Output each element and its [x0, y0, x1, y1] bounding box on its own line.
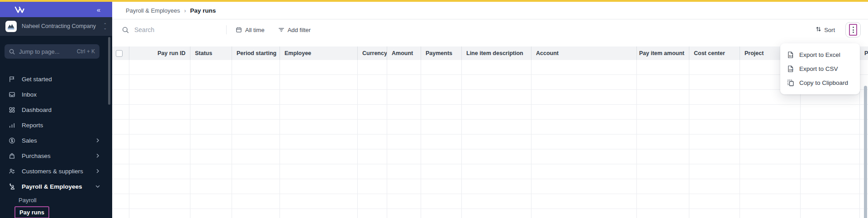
menu-item-export-excel[interactable]: XLS Export to Excel: [780, 48, 860, 62]
company-selector[interactable]: Naheel Contracting Company ⌃⌄: [0, 17, 112, 35]
table-row: [112, 135, 868, 149]
table-cell: [462, 105, 531, 119]
toolbar-divider: [226, 25, 227, 34]
table-cell: [387, 149, 421, 164]
table-cell: [280, 75, 358, 89]
jump-to-page-input[interactable]: Jump to page... Ctrl + K: [5, 44, 100, 59]
table-cell: [689, 149, 740, 164]
table-cell: [280, 60, 358, 74]
sidebar-subitem-pay-runs[interactable]: Pay runs: [0, 206, 112, 218]
table-options-kebab-button[interactable]: [845, 22, 861, 37]
table-cell: [689, 179, 740, 194]
sidebar-item-inbox[interactable]: Inbox: [0, 87, 112, 102]
column-header-employee[interactable]: Employee: [280, 46, 358, 60]
select-all-checkbox[interactable]: [116, 50, 123, 57]
breadcrumb-parent-link[interactable]: Payroll & Employees: [126, 7, 180, 14]
table-cell: [232, 209, 280, 218]
sidebar-item-get-started[interactable]: Get started: [0, 71, 112, 87]
sidebar-collapse-button[interactable]: «: [97, 6, 100, 14]
table-cell: [801, 164, 860, 179]
sidebar-subitem-payroll[interactable]: Payroll: [0, 194, 112, 206]
table-cell: [421, 209, 462, 218]
sidebar-item-label: Payroll & Employees: [22, 183, 82, 190]
column-header-pay-run-id[interactable]: Pay run ID: [129, 46, 190, 60]
column-header-status[interactable]: Status: [190, 46, 232, 60]
sidebar-item-dashboard[interactable]: Dashboard: [0, 102, 112, 117]
table-cell: [637, 135, 689, 149]
sidebar-item-sales[interactable]: Sales: [0, 133, 112, 148]
add-filter-label: Add filter: [288, 27, 311, 33]
table-cell: [801, 135, 860, 149]
column-header-cost-center[interactable]: Cost center: [689, 46, 740, 60]
table-cell: [232, 75, 280, 89]
sort-button[interactable]: Sort: [816, 26, 835, 33]
table-cell: [112, 135, 129, 149]
table-cell: [462, 90, 531, 104]
table-cell: [112, 75, 129, 89]
sidebar-item-payroll-employees[interactable]: Payroll & Employees: [0, 179, 112, 194]
table-row: [112, 194, 868, 209]
table-cell: [801, 120, 860, 134]
column-header-pay-item-amount[interactable]: Pay item amount: [637, 46, 689, 60]
table-cell: [112, 209, 129, 218]
column-header-currency[interactable]: Currency: [358, 46, 387, 60]
vertical-scrollbar[interactable]: [864, 86, 867, 218]
table-cell: [129, 75, 190, 89]
sidebar-item-purchases[interactable]: Purchases: [0, 148, 112, 163]
table-cell: [358, 164, 387, 179]
table-cell: [129, 60, 190, 74]
menu-item-copy-clipboard[interactable]: Copy to Clipboard: [780, 76, 860, 90]
table-cell: [740, 164, 801, 179]
table-cell: [190, 194, 232, 209]
search-icon: [122, 27, 129, 33]
inbox-icon: [8, 91, 16, 98]
table-cell: [129, 120, 190, 134]
table-cell: [129, 179, 190, 194]
file-xls-icon: XLS: [787, 51, 794, 59]
main-content: Payroll & Employees › Pay runs Search Al…: [112, 2, 868, 218]
dashboard-icon: [8, 106, 16, 114]
column-header-pa[interactable]: Pa: [860, 46, 868, 60]
table-cell: [358, 179, 387, 194]
table-cell: [740, 179, 801, 194]
menu-item-export-csv[interactable]: CSV Export to CSV: [780, 62, 860, 76]
column-header-amount[interactable]: Amount: [387, 46, 421, 60]
column-header-account[interactable]: Account: [531, 46, 637, 60]
table-row: [112, 60, 868, 75]
column-header-payments[interactable]: Payments: [421, 46, 462, 60]
column-header-0[interactable]: [112, 46, 129, 60]
breadcrumb-separator: ›: [184, 7, 186, 14]
column-header-period-starting[interactable]: Period starting: [232, 46, 280, 60]
table-cell: [421, 120, 462, 134]
chevron-right-icon: [95, 138, 100, 143]
search-input[interactable]: Search: [122, 26, 226, 33]
table-cell: [190, 179, 232, 194]
table-cell: [421, 179, 462, 194]
table-cell: [637, 90, 689, 104]
calendar-icon: [236, 27, 242, 33]
svg-text:XLS: XLS: [789, 55, 793, 57]
time-filter-label: All time: [245, 27, 265, 33]
table-row: [112, 149, 868, 164]
time-filter-button[interactable]: All time: [236, 27, 265, 33]
page-title: Pay runs: [190, 7, 216, 14]
add-filter-button[interactable]: Add filter: [278, 27, 311, 33]
table-cell: [280, 149, 358, 164]
table-cell: [462, 60, 531, 74]
menu-item-label: Copy to Clipboard: [799, 79, 848, 86]
export-dropdown-menu: XLS Export to Excel CSV Export to CSV Co…: [780, 43, 860, 94]
table-cell: [387, 90, 421, 104]
sidebar-item-label: Customers & suppliers: [22, 168, 83, 175]
table-cell: [129, 149, 190, 164]
column-header-line-item-description[interactable]: Line item description: [462, 46, 531, 60]
table-cell: [531, 105, 637, 119]
sidebar-item-reports[interactable]: Reports: [0, 117, 112, 133]
purchases-bag-icon: [8, 152, 16, 160]
table-cell: [280, 194, 358, 209]
table-cell: [232, 105, 280, 119]
sidebar-item-customers-suppliers[interactable]: Customers & suppliers: [0, 163, 112, 179]
jump-shortcut: Ctrl + K: [77, 48, 95, 55]
table-cell: [358, 120, 387, 134]
table-cell: [280, 209, 358, 218]
table-cell: [462, 135, 531, 149]
